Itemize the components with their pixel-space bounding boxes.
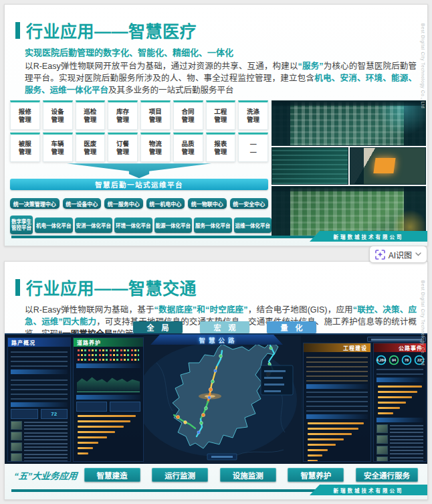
slide1-body-paragraph: 以R-Easy弹性物联网开放平台为基础，通过对资源的共享、互通，构建以“服务”为…	[25, 61, 417, 96]
module-card-line1: 合同	[182, 108, 195, 116]
center-pill: 统一安全中心	[230, 198, 269, 209]
module-card-line1: 项目	[149, 108, 162, 116]
module-card: 车辆 管理	[43, 133, 73, 162]
module-card: 物流 管理	[140, 133, 171, 162]
module-card-line1: 洗涤	[247, 108, 259, 116]
facility-maintenance-bars	[74, 415, 143, 454]
business-pill: 安全通行服务	[356, 468, 418, 482]
footer-accent-line	[11, 489, 320, 492]
module-card-line2: 管理	[182, 148, 195, 156]
module-grid-row1: 报修 管理 设备 管理 巡检 管理 库存 管理 项目 管理 合同 管理	[10, 100, 268, 130]
stat-chip	[11, 409, 38, 419]
section-divider	[76, 395, 140, 400]
ai-button-label: AI识图	[389, 249, 412, 260]
hud-table-screenshot	[272, 147, 348, 185]
body-segment: ，结合电子地图(GIS)，应用	[248, 305, 353, 315]
module-card: 报修 管理	[10, 100, 40, 130]
stats-grid-placeholder	[11, 349, 68, 367]
event-thumb-row	[11, 453, 68, 462]
module-card: — —	[238, 133, 268, 162]
event-gauge: 94	[389, 355, 399, 365]
business-pill: 设施监测	[220, 468, 276, 482]
module-card: 报表 管理	[206, 133, 236, 162]
slide-smart-medical: 行业应用——智慧医疗 实现医院后勤管理的数字化、智能化、精细化、一体化 以R-E…	[4, 4, 428, 246]
slide2-footer: 新瑞数城技术有限公司	[5, 483, 427, 497]
event-thumb-row	[11, 432, 68, 440]
module-card-line1: 品质	[182, 140, 195, 148]
slide-smart-traffic: 行业应用——智慧交通 以R-Easy弹性物联网为基础，基于“数据底座”和“时空底…	[4, 261, 428, 500]
module-card-line2: —	[250, 148, 257, 156]
module-card-line1: 巡检	[84, 108, 96, 116]
business-pill: 运行监测	[152, 468, 208, 482]
module-card-line2: 管理	[149, 116, 162, 124]
five-business-label: “五”大业务应用	[13, 469, 78, 482]
module-card: 品质 管理	[173, 133, 203, 162]
module-card: 订餐 管理	[108, 133, 138, 162]
module-card: 项目 管理	[140, 100, 171, 130]
footer-company-band: 新瑞数城技术有限公司	[310, 231, 427, 242]
event-thumb-row	[11, 421, 68, 430]
maintenance-area-chart	[77, 371, 140, 392]
stat-chip	[110, 402, 140, 412]
body-segment: “数据底座”和“时空底座”	[154, 305, 248, 315]
footer-accent-line	[11, 236, 320, 238]
module-card-line2: 管理	[84, 148, 96, 156]
event-thumb-row	[11, 442, 68, 451]
module-card: 合同 管理	[173, 100, 203, 130]
body-segment: 及其多业务的一站式后勤服务平台	[108, 86, 234, 95]
panel-highway-events: 公路事件 4,284947822	[373, 343, 427, 462]
business-pill: 智慧养护	[288, 468, 344, 482]
panel-road-assets-header: 路产概况	[8, 338, 70, 347]
event-distribution-bars	[374, 386, 426, 414]
event-gauge: 4,284	[376, 355, 386, 365]
module-card-line1: 被服	[19, 140, 31, 148]
module-card-line1: 工程	[214, 108, 227, 116]
title-accent-bar	[15, 279, 20, 296]
module-card-line2: 管理	[116, 148, 129, 156]
road-condition-dotline	[78, 359, 139, 361]
event-gauge: 78	[401, 355, 411, 365]
module-card-line2: 管理	[149, 148, 162, 156]
section-divider	[11, 369, 68, 374]
side-watermark-text: Best Digital City Technology Co., Ltd	[421, 280, 425, 365]
slide1-content: 报修 管理 设备 管理 巡检 管理 库存 管理 项目 管理 合同 管理	[10, 100, 426, 238]
road-condition-dotline	[78, 349, 139, 351]
module-card: 库存 管理	[108, 100, 138, 130]
module-card-line2: 管理	[247, 116, 259, 124]
event-thumb-row	[376, 456, 423, 462]
road-condition-dotline	[78, 354, 139, 356]
module-card-line1: —	[250, 140, 257, 148]
section-divider	[306, 414, 368, 419]
dashboard-title: 智慧公路	[150, 335, 283, 345]
view-mode-pill: 全 局	[133, 321, 183, 333]
digital-twin-line1: 数字孪生	[11, 219, 31, 225]
chevron-down-icon[interactable]	[415, 252, 421, 256]
view-mode-buttons: 全 局宏 观量 化	[133, 321, 316, 333]
center-pill: 统一机电中心	[146, 198, 185, 209]
module-grid-row2: 被服 管理 车辆 管理 医废 管理 订餐 管理 物流 管理 品质 管理	[10, 133, 268, 162]
panel-road-maintenance: 道路养护	[73, 337, 144, 462]
module-card-line1: 报表	[214, 140, 227, 148]
center-pill: 统一设备中心	[63, 198, 102, 209]
view-mode-pill: 宏 观	[200, 321, 249, 333]
unified-centers-row: 统一决策管理中心统一设备中心统一服务中心统一机电中心统一物联中心统一安全中心	[10, 198, 268, 209]
section-divider	[11, 402, 68, 407]
footer-company-band: 新瑞数城技术有限公司	[310, 485, 427, 495]
module-card: 洗涤 管理	[238, 100, 268, 130]
highway-dashboard-screenshot: 智慧公路	[5, 333, 428, 464]
center-pill: 统一物联中心	[188, 198, 227, 209]
panel-events-header: 公路事件	[374, 343, 426, 352]
dashboard-timestamp-chip	[367, 337, 426, 342]
module-card-line2: 管理	[182, 116, 195, 124]
module-card-line1: 设备	[51, 108, 64, 116]
slide1-page-title: 行业应用——智慧医疗	[26, 18, 197, 42]
center-pill: 统一服务中心	[104, 198, 143, 209]
ai-recognize-button[interactable]: AI识图	[369, 246, 427, 263]
body-segment: 以R-Easy弹性物联网为基础，基于	[25, 305, 154, 315]
major-projects-placeholder	[306, 355, 368, 382]
funnel-arrow-shape	[67, 163, 211, 178]
platform-banner: 智慧后勤一站式运维平台	[10, 179, 268, 190]
module-card: 工程 管理	[206, 100, 236, 130]
section-divider	[76, 363, 140, 368]
road-list-placeholder	[11, 377, 68, 400]
